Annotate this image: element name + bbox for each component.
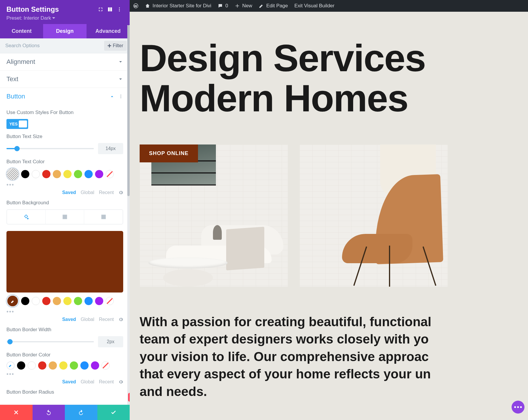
wp-logo[interactable] xyxy=(133,3,138,8)
wp-admin-bar: Interior Starter Site for Divi 0 New Edi… xyxy=(130,0,528,12)
swatch-none[interactable] xyxy=(106,297,114,305)
wp-edit-label: Edit Page xyxy=(266,3,288,9)
link-saved[interactable]: Saved xyxy=(62,317,76,322)
dots-icon xyxy=(514,406,522,408)
link-global[interactable]: Global xyxy=(81,190,94,195)
tab-advanced[interactable]: Advanced xyxy=(87,24,130,38)
preset-selector[interactable]: Preset: Interior Dark xyxy=(6,15,123,21)
plus-icon xyxy=(108,44,111,47)
bg-tab-image[interactable] xyxy=(84,210,123,224)
search-bar: Filter xyxy=(0,38,130,53)
section-text[interactable]: Text xyxy=(0,71,130,88)
toggle-knob xyxy=(19,120,27,127)
panel-scrollbar[interactable] xyxy=(127,25,130,405)
link-saved[interactable]: Saved xyxy=(62,190,76,195)
panel-scroll[interactable]: Alignment Text Button xyxy=(0,53,130,420)
chevron-down-icon xyxy=(118,76,123,82)
swatch-black[interactable] xyxy=(21,297,29,305)
cancel-button[interactable] xyxy=(0,405,33,420)
wp-new[interactable]: New xyxy=(235,3,252,9)
section-button[interactable]: Button xyxy=(0,88,130,105)
swatch-orange[interactable] xyxy=(53,170,61,178)
kebab-icon[interactable] xyxy=(119,94,123,99)
builder-fab[interactable] xyxy=(512,401,524,414)
swatch-yellow[interactable] xyxy=(63,297,72,305)
link-recent[interactable]: Recent xyxy=(99,190,114,195)
link-global[interactable]: Global xyxy=(81,379,94,385)
swatch-green[interactable] xyxy=(74,297,82,305)
check-icon xyxy=(111,409,116,415)
gradient-icon xyxy=(62,214,68,220)
swatch-black[interactable] xyxy=(21,170,29,178)
swatch-red[interactable] xyxy=(42,170,50,178)
swatch-blue[interactable] xyxy=(80,361,89,370)
swatch-red[interactable] xyxy=(42,297,50,305)
swatch-blue[interactable] xyxy=(84,297,93,305)
body-line: and needs. xyxy=(140,383,492,400)
section-title: Alignment xyxy=(6,58,35,66)
wp-comments[interactable]: 0 xyxy=(218,3,228,9)
swatch-green[interactable] xyxy=(74,170,82,178)
bg-tab-gradient[interactable] xyxy=(46,210,84,224)
plus-icon xyxy=(235,3,240,8)
filter-button[interactable]: Filter xyxy=(104,41,127,51)
swatch-purple[interactable] xyxy=(95,297,103,305)
link-recent[interactable]: Recent xyxy=(99,379,114,385)
swatch-red[interactable] xyxy=(38,361,46,370)
bg-color-preview[interactable] xyxy=(6,231,123,293)
redo-icon xyxy=(78,409,84,415)
swatch-blue[interactable] xyxy=(84,170,93,178)
text-size-slider[interactable] xyxy=(6,148,94,149)
shop-online-button[interactable]: SHOP ONLINE xyxy=(140,144,198,162)
link-global[interactable]: Global xyxy=(81,317,94,322)
color-picker-swatch[interactable] xyxy=(6,361,15,370)
canvas[interactable]: Design Services Modern Homes SHOP ONLINE xyxy=(130,12,528,420)
swatch-white[interactable] xyxy=(28,361,36,370)
search-input[interactable] xyxy=(0,39,101,53)
more-dots[interactable]: ••• xyxy=(6,371,123,378)
swatch-black[interactable] xyxy=(17,361,25,370)
wp-edit[interactable]: Edit Page xyxy=(259,3,288,9)
link-saved[interactable]: Saved xyxy=(62,379,76,385)
gear-icon[interactable] xyxy=(119,380,123,384)
swatch-purple[interactable] xyxy=(91,361,99,370)
swatch-orange[interactable] xyxy=(49,361,57,370)
swatch-yellow[interactable] xyxy=(63,170,72,178)
swatch-white[interactable] xyxy=(32,170,40,178)
wp-exit[interactable]: Exit Visual Builder xyxy=(295,3,335,9)
link-recent[interactable]: Recent xyxy=(99,317,114,322)
chevron-down-icon xyxy=(118,59,123,64)
more-dots[interactable]: ••• xyxy=(6,181,123,188)
undo-button[interactable] xyxy=(33,405,65,420)
border-width-slider[interactable] xyxy=(6,341,94,342)
redo-button[interactable] xyxy=(65,405,97,420)
wp-site[interactable]: Interior Starter Site for Divi xyxy=(145,3,211,9)
panel-header: Button Settings Preset: Interior Dark xyxy=(0,0,130,24)
more-dots[interactable]: ••• xyxy=(6,308,123,315)
section-alignment[interactable]: Alignment xyxy=(0,53,130,70)
current-color-swatch[interactable] xyxy=(6,168,19,180)
chevron-up-icon xyxy=(110,94,114,99)
save-button[interactable] xyxy=(97,405,130,420)
bg-tab-color[interactable] xyxy=(7,210,46,224)
swatch-none[interactable] xyxy=(101,361,110,370)
section-title: Text xyxy=(6,75,18,83)
swatch-white[interactable] xyxy=(32,297,40,305)
gear-icon[interactable] xyxy=(119,190,123,195)
swatch-yellow[interactable] xyxy=(59,361,67,370)
swatch-purple[interactable] xyxy=(95,170,103,178)
kebab-icon[interactable] xyxy=(117,7,122,12)
border-width-value[interactable]: 2px xyxy=(98,336,123,347)
tab-content[interactable]: Content xyxy=(0,24,43,38)
text-size-value[interactable]: 14px xyxy=(98,143,123,154)
gear-icon[interactable] xyxy=(119,317,123,322)
custom-styles-toggle[interactable]: YES xyxy=(6,119,28,129)
current-bg-swatch[interactable] xyxy=(6,295,19,307)
swatch-none[interactable] xyxy=(106,170,114,178)
tab-design[interactable]: Design xyxy=(43,24,86,38)
swatch-green[interactable] xyxy=(70,361,78,370)
expand-icon[interactable] xyxy=(98,7,103,12)
columns-icon[interactable] xyxy=(107,7,113,12)
body-line: With a passion for creating beautiful, f… xyxy=(140,313,492,330)
swatch-orange[interactable] xyxy=(53,297,61,305)
